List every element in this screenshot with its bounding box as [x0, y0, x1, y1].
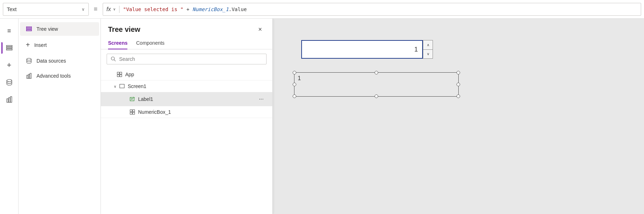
label-selection-box — [294, 72, 459, 97]
spinner-down-button[interactable]: ∨ — [423, 50, 433, 59]
app-icon — [117, 72, 122, 77]
property-dropdown[interactable]: Text ∨ — [3, 3, 89, 16]
fx-icon: fx — [107, 6, 111, 13]
advanced-tools-nav-icon — [26, 73, 32, 79]
svg-rect-28 — [133, 112, 135, 115]
sidebar-item-data-sources[interactable]: Data sources — [20, 54, 99, 68]
tree-item-screen1-label: Screen1 — [128, 83, 265, 89]
svg-rect-11 — [27, 75, 28, 78]
hamburger-menu-button[interactable]: ≡ — [1, 23, 17, 39]
sidebar-icon-strip: ≡ + — [0, 19, 19, 214]
database-icon — [6, 79, 13, 86]
tab-components[interactable]: Components — [136, 37, 164, 49]
svg-rect-18 — [117, 75, 119, 77]
tree-view-label: Tree view — [36, 26, 58, 32]
svg-rect-1 — [6, 47, 12, 48]
label-display-value: 1 — [298, 75, 301, 82]
tree-panel-close-button[interactable]: × — [255, 24, 265, 34]
numeric-input-field[interactable]: 1 — [301, 40, 423, 59]
search-icon — [111, 56, 116, 62]
dropdown-arrow-icon: ∨ — [82, 7, 85, 12]
tree-item-label1-label: Label1 — [138, 96, 255, 102]
svg-rect-5 — [9, 98, 10, 102]
left-nav-panel: Tree view + Insert Data sources Advanced… — [19, 19, 101, 214]
spinner-up-button[interactable]: ∧ — [423, 40, 433, 50]
tree-view-icon-button[interactable] — [1, 40, 17, 56]
data-sources-nav-icon — [26, 58, 32, 64]
formula-bar[interactable]: fx ∨ "Value selected is " + NumericBox_1… — [103, 3, 641, 16]
svg-rect-19 — [120, 75, 122, 77]
tree-tabs: Screens Components — [101, 37, 272, 49]
tree-panel-title: Tree view — [108, 25, 140, 34]
tools-icon — [6, 96, 13, 103]
handle-top-left[interactable] — [293, 71, 296, 74]
handle-top-right[interactable] — [457, 71, 460, 74]
top-bar: Text ∨ = fx ∨ "Value selected is " + Num… — [0, 0, 644, 19]
svg-rect-16 — [117, 72, 119, 74]
tree-item-app[interactable]: App — [101, 69, 272, 81]
svg-rect-17 — [120, 72, 122, 74]
formula-string: "Value selected is " — [123, 6, 184, 12]
numericbox-icon — [130, 109, 135, 115]
insert-label: Insert — [34, 42, 47, 48]
tree-view-panel: Tree view × Screens Components — [101, 19, 273, 214]
hamburger-icon: ≡ — [7, 27, 11, 35]
svg-line-15 — [114, 60, 116, 61]
tree-item-numericbox1[interactable]: NumericBox_1 — [101, 106, 272, 118]
tree-search-box[interactable] — [107, 54, 267, 64]
tree-item-label1[interactable]: Label1 ··· — [101, 92, 272, 106]
tree-list: App ∨ Screen1 Label1 ··· — [101, 69, 272, 214]
label-icon — [130, 96, 135, 102]
main-area: ≡ + — [0, 19, 644, 214]
svg-rect-26 — [133, 110, 135, 112]
insert-nav-icon: + — [26, 41, 30, 49]
property-label: Text — [7, 6, 79, 12]
tree-item-screen1[interactable]: ∨ Screen1 — [101, 81, 272, 92]
sidebar-item-advanced-tools[interactable]: Advanced tools — [20, 69, 99, 83]
insert-icon-button[interactable]: + — [1, 57, 17, 73]
svg-rect-2 — [6, 49, 12, 50]
tab-screens[interactable]: Screens — [108, 37, 127, 49]
svg-rect-12 — [28, 74, 30, 79]
search-input[interactable] — [119, 56, 263, 62]
sidebar-item-insert[interactable]: + Insert — [20, 37, 99, 53]
svg-rect-9 — [26, 30, 31, 31]
formula-op: + — [184, 6, 192, 12]
svg-point-3 — [7, 79, 12, 82]
handle-bottom-right[interactable] — [457, 94, 460, 98]
sidebar-item-tree-view[interactable]: Tree view — [20, 22, 99, 36]
data-sources-icon-button[interactable] — [1, 74, 17, 90]
tree-item-more-button[interactable]: ··· — [258, 95, 265, 103]
svg-rect-27 — [130, 112, 132, 115]
tree-item-numericbox1-label: NumericBox_1 — [138, 109, 265, 115]
advanced-tools-icon-button[interactable] — [1, 92, 17, 107]
formula-property: Value — [231, 6, 247, 12]
handle-middle-left[interactable] — [293, 83, 296, 86]
canvas-area: 1 ∧ ∨ 1 — [273, 19, 644, 214]
svg-point-10 — [27, 58, 31, 60]
advanced-tools-label: Advanced tools — [36, 73, 71, 79]
handle-bottom-left[interactable] — [293, 94, 296, 98]
svg-rect-8 — [26, 28, 31, 29]
formula-content: "Value selected is " + NumericBox_1.Valu… — [123, 6, 247, 12]
handle-bottom-middle[interactable] — [375, 94, 378, 98]
svg-rect-21 — [130, 97, 134, 101]
numeric-spinner: ∧ ∨ — [423, 40, 433, 59]
layers-icon — [6, 44, 13, 52]
svg-rect-13 — [30, 73, 31, 78]
svg-rect-20 — [120, 84, 125, 88]
fx-chevron-icon[interactable]: ∨ — [113, 7, 116, 11]
formula-divider — [119, 6, 119, 13]
svg-rect-25 — [130, 110, 132, 112]
numeric-box-widget: 1 ∧ ∨ — [301, 40, 433, 59]
handle-middle-right[interactable] — [457, 83, 460, 86]
svg-rect-7 — [26, 27, 31, 28]
tree-item-app-label: App — [125, 72, 265, 77]
svg-rect-6 — [10, 97, 12, 102]
spinner-down-icon: ∨ — [427, 52, 429, 56]
screen-icon — [119, 83, 125, 89]
plus-icon: + — [7, 60, 11, 70]
spinner-up-icon: ∧ — [427, 43, 429, 47]
handle-top-middle[interactable] — [375, 71, 378, 74]
svg-rect-4 — [7, 99, 8, 102]
